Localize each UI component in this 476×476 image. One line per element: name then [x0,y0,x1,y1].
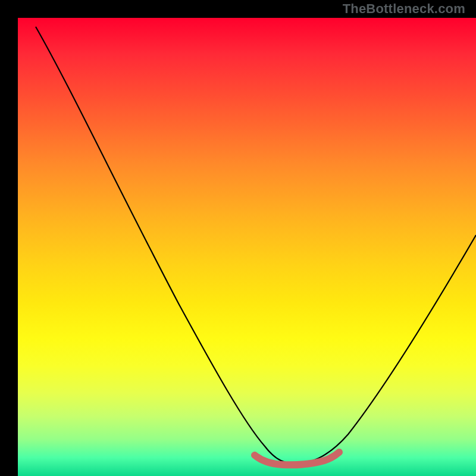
curve-overlay [18,18,476,476]
watermark-text: TheBottleneck.com [343,2,465,15]
bottleneck-curve [36,27,476,464]
chart-frame [9,9,467,467]
plot-area [18,18,476,476]
